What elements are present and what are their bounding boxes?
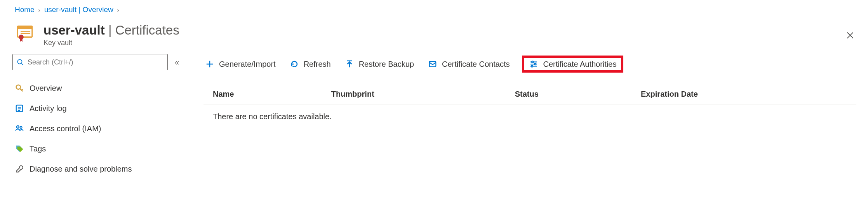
mail-icon — [428, 59, 437, 69]
tags-icon — [15, 144, 24, 153]
svg-point-7 — [16, 85, 21, 89]
button-label: Generate/Import — [219, 60, 276, 69]
svg-point-2 — [19, 35, 24, 40]
close-button[interactable] — [844, 29, 856, 42]
main-panel: Generate/Import Refresh Restore Backup C… — [179, 54, 868, 141]
plus-icon — [205, 59, 214, 69]
sidebar-item-activity-log[interactable]: Activity log — [12, 98, 179, 118]
breadcrumb-resource[interactable]: user-vault | Overview — [44, 5, 113, 14]
sidebar-item-tags[interactable]: Tags — [12, 139, 179, 159]
page-header: user-vault | Certificates Key vault — [0, 14, 868, 54]
certificate-authorities-button[interactable]: Certificate Authorities — [522, 56, 623, 73]
svg-rect-1 — [17, 26, 32, 29]
search-input[interactable] — [28, 58, 164, 66]
button-label: Certificate Contacts — [442, 60, 510, 69]
breadcrumb: Home › user-vault | Overview › — [0, 0, 868, 14]
sidebar-item-overview[interactable]: Overview — [12, 78, 179, 98]
table-header-row: Name Thumbprint Status Expiration Date — [204, 84, 856, 104]
table-empty-row: There are no certificates available. — [204, 104, 856, 129]
col-expiration[interactable]: Expiration Date — [631, 84, 856, 104]
button-label: Certificate Authorities — [543, 60, 616, 69]
svg-point-18 — [534, 63, 536, 65]
col-name[interactable]: Name — [204, 84, 322, 104]
chevron-right-icon: › — [117, 7, 119, 13]
sidebar-item-label: Overview — [30, 84, 62, 93]
key-icon — [15, 83, 24, 93]
button-label: Refresh — [304, 60, 331, 69]
key-vault-certificate-icon — [15, 23, 35, 43]
search-box[interactable] — [12, 54, 168, 70]
sidebar-item-label: Diagnose and solve problems — [30, 165, 132, 174]
svg-point-12 — [17, 126, 19, 128]
svg-point-13 — [20, 127, 22, 129]
svg-point-20 — [531, 66, 533, 67]
empty-message: There are no certificates available. — [204, 104, 856, 129]
sidebar-item-diagnose[interactable]: Diagnose and solve problems — [12, 159, 179, 179]
command-bar: Generate/Import Refresh Restore Backup C… — [204, 54, 856, 74]
svg-line-6 — [21, 64, 23, 66]
title-rest: Certificates — [115, 23, 179, 37]
sidebar-item-label: Access control (IAM) — [30, 124, 101, 133]
upload-icon — [345, 59, 354, 69]
svg-rect-14 — [430, 61, 436, 67]
sidebar-item-access-control[interactable]: Access control (IAM) — [12, 118, 179, 139]
breadcrumb-home[interactable]: Home — [15, 5, 35, 14]
wrench-icon — [15, 164, 24, 174]
restore-backup-button[interactable]: Restore Backup — [343, 57, 416, 71]
chevron-right-icon: › — [38, 7, 40, 13]
sliders-icon — [529, 59, 538, 69]
sidebar-item-label: Activity log — [30, 104, 67, 113]
svg-point-16 — [532, 61, 534, 63]
sidebar: « Overview Activity log Access control (… — [0, 54, 179, 179]
certificates-table: Name Thumbprint Status Expiration Date T… — [204, 84, 856, 129]
activity-log-icon — [15, 104, 24, 113]
button-label: Restore Backup — [359, 60, 414, 69]
col-thumbprint[interactable]: Thumbprint — [322, 84, 506, 104]
refresh-button[interactable]: Refresh — [288, 57, 332, 71]
page-title: user-vault | Certificates — [43, 23, 835, 37]
title-strong: user-vault — [43, 23, 105, 37]
search-icon — [17, 59, 24, 66]
people-icon — [15, 124, 24, 133]
title-sep: | — [105, 23, 115, 37]
sidebar-item-label: Tags — [30, 144, 46, 153]
refresh-icon — [290, 59, 299, 69]
generate-import-button[interactable]: Generate/Import — [204, 57, 277, 71]
certificate-contacts-button[interactable]: Certificate Contacts — [426, 57, 511, 71]
page-subtitle: Key vault — [43, 39, 835, 47]
svg-point-5 — [17, 60, 22, 64]
col-status[interactable]: Status — [506, 84, 631, 104]
